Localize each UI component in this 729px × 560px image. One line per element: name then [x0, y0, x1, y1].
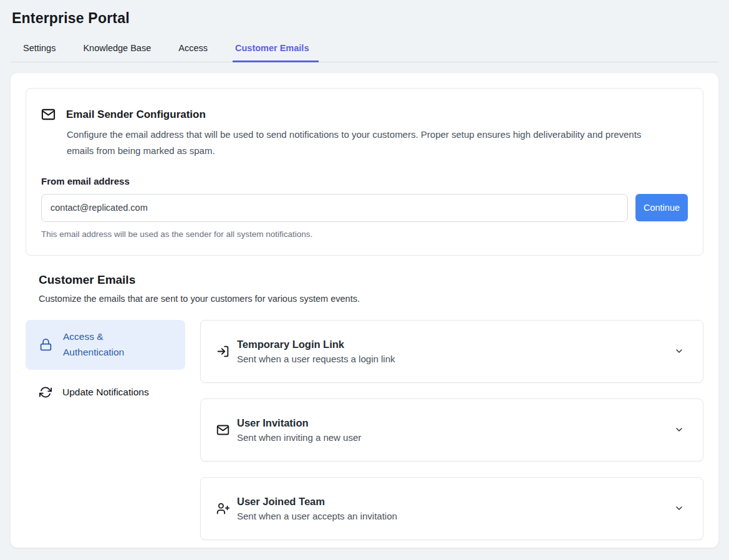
page-title: Enterprise Portal: [12, 10, 729, 27]
chevron-down-icon[interactable]: [674, 346, 684, 356]
customer-emails-subtitle: Customize the emails that are sent to yo…: [39, 294, 703, 304]
email-item-title: Temporary Login Link: [237, 339, 674, 350]
sidebar-item-access-authentication[interactable]: Access & Authentication: [26, 320, 185, 370]
from-email-label: From email address: [41, 176, 688, 186]
email-item-texts: User Joined Team Sent when a user accept…: [237, 496, 674, 521]
email-item-texts: User Invitation Sent when inviting a new…: [237, 417, 674, 443]
chevron-down-icon[interactable]: [674, 503, 684, 513]
chevron-down-icon[interactable]: [674, 425, 684, 435]
sender-card-description: Configure the email address that will be…: [67, 127, 669, 160]
email-item-user-joined-team[interactable]: User Joined Team Sent when a user accept…: [200, 477, 703, 540]
email-item-subtitle: Sent when a user accepts an invitation: [237, 511, 674, 521]
mail-icon: [216, 423, 229, 437]
from-email-row: Continue: [41, 194, 688, 222]
lock-icon: [39, 338, 52, 351]
email-item-subtitle: Sent when inviting a new user: [237, 432, 674, 443]
from-email-input[interactable]: [41, 194, 628, 222]
tab-access[interactable]: Access: [177, 41, 209, 62]
sidebar-item-label: Access & Authentication: [63, 329, 163, 359]
tab-bar: Settings Knowledge Base Access Customer …: [11, 41, 718, 62]
category-sidebar: Access & Authentication Update Notificat…: [26, 320, 185, 540]
content-panel: Email Sender Configuration Configure the…: [10, 72, 719, 548]
sender-card-title: Email Sender Configuration: [66, 109, 206, 121]
mail-icon: [41, 107, 56, 122]
customer-emails-layout: Access & Authentication Update Notificat…: [26, 320, 703, 540]
login-icon: [216, 345, 229, 358]
sidebar-item-update-notifications[interactable]: Update Notifications: [26, 377, 185, 407]
email-item-temporary-login-link[interactable]: Temporary Login Link Sent when a user re…: [200, 320, 703, 383]
sender-card-header: Email Sender Configuration: [41, 107, 688, 122]
email-item-title: User Invitation: [237, 417, 674, 429]
refresh-icon: [39, 386, 52, 398]
tab-settings[interactable]: Settings: [22, 41, 57, 62]
email-item-user-invitation[interactable]: User Invitation Sent when inviting a new…: [200, 398, 703, 461]
user-plus-icon: [216, 502, 229, 515]
customer-emails-title: Customer Emails: [39, 273, 703, 287]
sidebar-item-label: Update Notifications: [62, 387, 149, 398]
continue-button[interactable]: Continue: [635, 194, 688, 221]
email-item-subtitle: Sent when a user requests a login link: [237, 354, 674, 364]
tab-customer-emails[interactable]: Customer Emails: [234, 41, 310, 62]
email-sender-card: Email Sender Configuration Configure the…: [26, 88, 703, 256]
email-item-texts: Temporary Login Link Sent when a user re…: [237, 339, 674, 364]
sender-helper-text: This email address will be used as the s…: [41, 229, 688, 239]
email-item-title: User Joined Team: [237, 496, 674, 508]
email-accordion-list: Temporary Login Link Sent when a user re…: [200, 320, 703, 540]
tab-knowledge-base[interactable]: Knowledge Base: [82, 41, 152, 62]
